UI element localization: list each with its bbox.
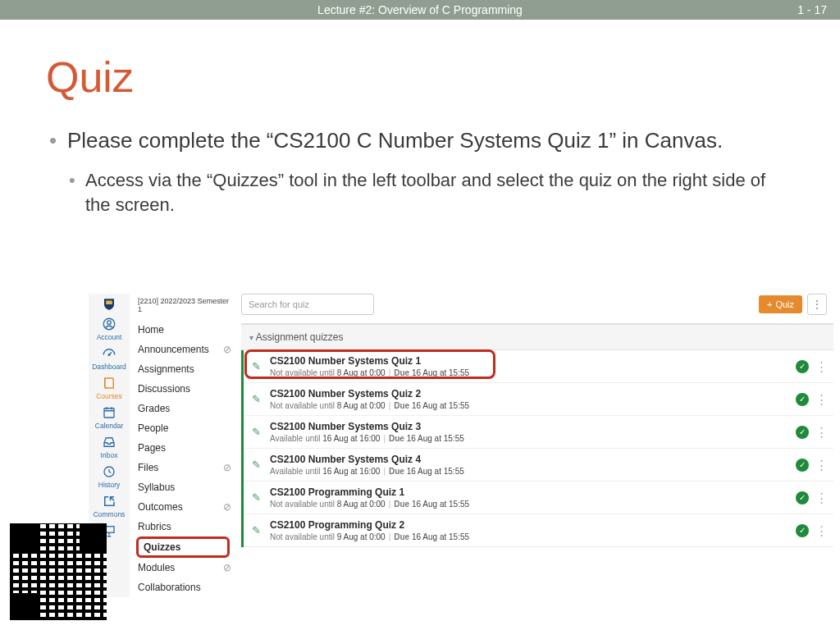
nav-home[interactable]: Home	[136, 320, 233, 340]
hidden-icon: ⊘	[223, 562, 231, 573]
quiz-title: CS2100 Programming Quiz 2	[270, 519, 789, 531]
quiz-icon: ✎	[249, 393, 263, 405]
course-nav: [2210] 2022/2023 Semester 1 Home Announc…	[130, 294, 233, 597]
quiz-main-panel: Search for quiz +Quiz ⋮ Assignment quizz…	[233, 294, 833, 597]
quiz-meta: Not available until 9 Aug at 0:00|Due 16…	[270, 532, 789, 541]
nav-quizzes[interactable]: Quizzes	[136, 536, 230, 558]
nav-grades[interactable]: Grades	[136, 399, 233, 418]
quiz-row[interactable]: ✎CS2100 Number Systems Quiz 2Not availab…	[244, 383, 833, 416]
rail-inbox[interactable]: Inbox	[89, 435, 129, 459]
nav-outcomes[interactable]: Outcomes⊘	[136, 497, 233, 517]
quiz-title: CS2100 Number Systems Quiz 4	[270, 454, 789, 465]
add-quiz-button[interactable]: +Quiz	[759, 295, 802, 313]
rail-commons[interactable]: Commons	[89, 494, 129, 518]
published-check-icon[interactable]: ✓	[796, 393, 809, 406]
quiz-title: CS2100 Number Systems Quiz 3	[270, 421, 789, 432]
share-icon	[100, 494, 118, 509]
qr-code	[10, 523, 107, 620]
quiz-list: ✎CS2100 Number Systems Quiz 1Not availab…	[241, 350, 833, 547]
quiz-row[interactable]: ✎CS2100 Programming Quiz 1Not available …	[244, 482, 833, 514]
plus-icon: +	[767, 299, 772, 309]
quiz-title: CS2100 Number Systems Quiz 2	[270, 388, 789, 399]
row-options-button[interactable]: ⋮	[815, 491, 827, 505]
svg-rect-4	[104, 409, 114, 418]
slide-header: Lecture #2: Overview of C Programming 1 …	[0, 0, 840, 20]
quiz-icon: ✎	[249, 459, 263, 471]
hidden-icon: ⊘	[223, 344, 231, 355]
user-circle-icon	[100, 317, 118, 331]
quiz-title: CS2100 Number Systems Quiz 1	[270, 355, 789, 367]
quiz-row[interactable]: ✎CS2100 Number Systems Quiz 4Available u…	[244, 449, 833, 482]
course-name: [2210] 2022/2023 Semester 1	[136, 297, 233, 313]
clock-icon	[100, 464, 118, 479]
inbox-icon	[100, 435, 118, 450]
nav-pages[interactable]: Pages	[136, 438, 233, 458]
page-number: 1 - 17	[797, 3, 827, 16]
quiz-meta: Not available until 8 Aug at 0:00|Due 16…	[270, 368, 789, 377]
rail-dashboard[interactable]: Dashboard	[89, 346, 129, 371]
lecture-title: Lecture #2: Overview of C Programming	[317, 3, 523, 16]
bullet-main: Please complete the “CS2100 C Number Sys…	[49, 126, 791, 155]
calendar-icon	[100, 405, 118, 420]
dashboard-icon	[100, 346, 118, 361]
rail-courses[interactable]: Courses	[89, 376, 129, 400]
rail-history[interactable]: History	[89, 464, 129, 489]
published-check-icon[interactable]: ✓	[796, 459, 809, 472]
svg-point-2	[107, 321, 112, 325]
svg-rect-0	[106, 301, 112, 305]
row-options-button[interactable]: ⋮	[815, 458, 827, 472]
rail-calendar[interactable]: Calendar	[89, 405, 129, 430]
bullet-sub: Access via the “Quizzes” tool in the lef…	[69, 168, 791, 217]
nav-rubrics[interactable]: Rubrics	[136, 517, 233, 536]
hidden-icon: ⊘	[223, 501, 231, 513]
quiz-icon: ✎	[249, 360, 263, 372]
row-options-button[interactable]: ⋮	[815, 523, 827, 538]
quiz-row[interactable]: ✎CS2100 Programming Quiz 2Not available …	[244, 514, 833, 547]
rail-account[interactable]: Account	[89, 317, 129, 341]
nav-modules[interactable]: Modules⊘	[136, 558, 233, 578]
published-check-icon[interactable]: ✓	[796, 360, 809, 373]
quiz-icon: ✎	[249, 491, 263, 504]
nav-people[interactable]: People	[136, 418, 233, 438]
quiz-row[interactable]: ✎CS2100 Number Systems Quiz 3Available u…	[244, 416, 833, 449]
nav-syllabus[interactable]: Syllabus	[136, 477, 233, 497]
quiz-options-button[interactable]: ⋮	[807, 294, 827, 315]
row-options-button[interactable]: ⋮	[815, 425, 827, 440]
section-assignment-quizzes[interactable]: Assignment quizzes	[241, 324, 833, 350]
nav-files[interactable]: Files⊘	[136, 458, 233, 477]
page-title: Quiz	[46, 52, 840, 102]
quiz-meta: Not available until 8 Aug at 0:00|Due 16…	[270, 500, 789, 509]
quiz-row[interactable]: ✎CS2100 Number Systems Quiz 1Not availab…	[244, 350, 833, 383]
search-input[interactable]: Search for quiz	[241, 294, 374, 315]
quiz-meta: Not available until 8 Aug at 0:00|Due 16…	[270, 401, 789, 410]
nav-collaborations[interactable]: Collaborations	[136, 578, 233, 597]
row-options-button[interactable]: ⋮	[815, 392, 827, 407]
row-options-button[interactable]: ⋮	[815, 359, 827, 374]
published-check-icon[interactable]: ✓	[796, 491, 809, 504]
quiz-title: CS2100 Programming Quiz 1	[270, 486, 789, 498]
quiz-icon: ✎	[249, 426, 263, 438]
hidden-icon: ⊘	[223, 462, 231, 473]
book-icon	[100, 376, 118, 390]
nav-announcements[interactable]: Announcements⊘	[136, 340, 233, 359]
institution-logo[interactable]	[89, 297, 129, 312]
canvas-screenshot: Account Dashboard Courses Calendar Inbox…	[89, 294, 833, 597]
quiz-icon: ✎	[249, 524, 263, 536]
nav-discussions[interactable]: Discussions	[136, 379, 233, 399]
published-check-icon[interactable]: ✓	[796, 426, 809, 439]
quiz-meta: Available until 16 Aug at 16:00|Due 16 A…	[270, 467, 789, 476]
shield-icon	[100, 297, 118, 312]
nav-assignments[interactable]: Assignments	[136, 359, 233, 379]
quiz-meta: Available until 16 Aug at 16:00|Due 16 A…	[270, 434, 789, 443]
svg-point-3	[108, 354, 110, 356]
published-check-icon[interactable]: ✓	[796, 524, 809, 537]
